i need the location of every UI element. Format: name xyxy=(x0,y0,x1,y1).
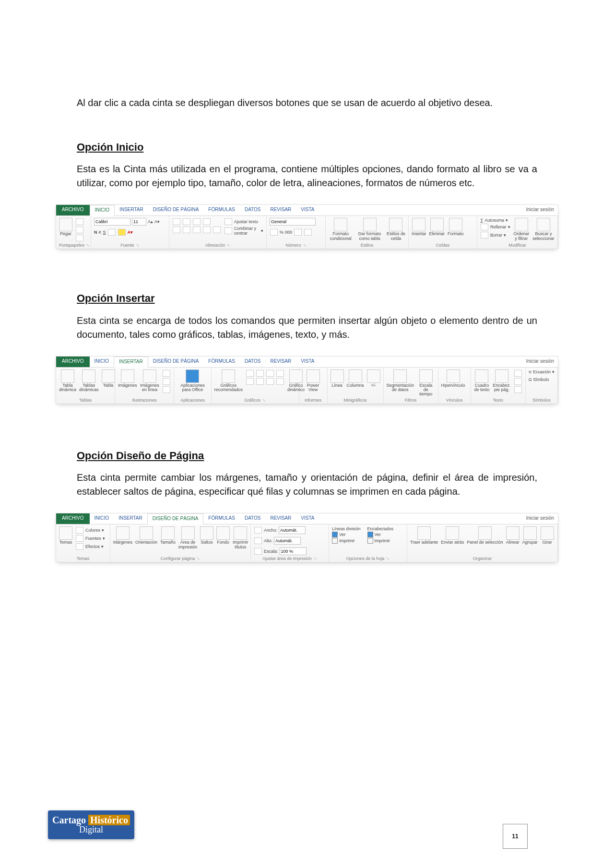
cut-icon[interactable] xyxy=(76,218,83,225)
tab-archivo[interactable]: ARCHIVO xyxy=(56,513,90,524)
merge-center-button[interactable]: Combinar y centrar ▾ xyxy=(224,226,263,236)
smartart-icon[interactable] xyxy=(163,378,170,385)
tab-vista[interactable]: VISTA xyxy=(296,205,319,215)
find-select-button[interactable]: Buscar y seleccionar xyxy=(532,218,555,241)
header-footer-button[interactable]: Encabez. pie pág. xyxy=(493,369,511,392)
headings-print-check[interactable]: Imprimir xyxy=(367,538,394,544)
italic-button[interactable]: K xyxy=(99,230,102,235)
tab-insertar[interactable]: INSERTAR xyxy=(114,513,147,524)
fill-color-icon[interactable] xyxy=(118,229,126,236)
sort-filter-button[interactable]: Ordenar y filtrar xyxy=(513,218,530,241)
clear-button[interactable]: Borrar ▾ xyxy=(480,231,510,239)
tab-datos[interactable]: DATOS xyxy=(240,205,266,215)
tab-inicio[interactable]: INICIO xyxy=(90,513,114,524)
signin-link[interactable]: Iniciar sesión xyxy=(522,205,558,215)
tab-diseno[interactable]: DISEÑO DE PÁGINA xyxy=(147,513,204,524)
apps-button[interactable]: Aplicaciones para Office xyxy=(177,369,208,392)
tab-archivo[interactable]: ARCHIVO xyxy=(56,205,90,215)
tab-formulas[interactable]: FÓRMULAS xyxy=(203,357,240,367)
gridlines-print-check[interactable]: Imprimir xyxy=(332,538,361,544)
tab-vista[interactable]: VISTA xyxy=(296,357,319,367)
send-backward-button[interactable]: Enviar atrás xyxy=(441,526,464,545)
shrink-font-icon[interactable]: A▾ xyxy=(154,219,160,224)
online-pictures-button[interactable]: Imágenes en línea xyxy=(140,369,160,392)
pivot-table-button[interactable]: Tabla dinámica xyxy=(59,369,76,392)
tab-diseno[interactable]: DISEÑO DE PÁGINA xyxy=(148,205,204,215)
theme-effects-button[interactable]: Efectos ▾ xyxy=(75,543,105,550)
tab-revisar[interactable]: REVISAR xyxy=(265,205,296,215)
slicer-button[interactable]: Segmentación de datos xyxy=(387,369,414,392)
tab-revisar[interactable]: REVISAR xyxy=(265,357,296,367)
delete-cells-button[interactable]: Eliminar xyxy=(429,218,445,236)
align-button[interactable]: Alinear xyxy=(506,526,520,545)
shapes-icon[interactable] xyxy=(163,370,170,377)
margins-button[interactable]: Márgenes xyxy=(113,526,132,545)
grow-font-icon[interactable]: A▴ xyxy=(148,219,153,224)
width-select[interactable] xyxy=(279,526,306,534)
paste-button[interactable]: Pegar xyxy=(59,218,72,236)
height-select[interactable] xyxy=(274,537,301,545)
selection-pane-button[interactable]: Panel de selección xyxy=(467,526,503,545)
tab-formulas[interactable]: FÓRMULAS xyxy=(203,205,240,215)
recommended-pivot-button[interactable]: Tablas dinámicas xyxy=(79,369,99,392)
font-size-select[interactable] xyxy=(132,218,146,226)
tab-datos[interactable]: DATOS xyxy=(240,513,266,524)
tab-revisar[interactable]: REVISAR xyxy=(265,513,296,524)
signin-link[interactable]: Iniciar sesión xyxy=(522,513,558,524)
gridlines-view-check[interactable]: Ver xyxy=(332,532,361,537)
recommended-charts-button[interactable]: Gráficos recomendados xyxy=(214,369,243,392)
group-button[interactable]: Agrupar xyxy=(522,526,538,545)
wrap-text-button[interactable]: Ajustar texto xyxy=(224,218,263,226)
bring-forward-button[interactable]: Traer adelante xyxy=(410,526,438,545)
headings-view-check[interactable]: Ver xyxy=(367,532,394,537)
rotate-button[interactable]: Girar xyxy=(541,526,554,545)
tab-vista[interactable]: VISTA xyxy=(296,513,319,524)
font-select[interactable] xyxy=(94,218,130,226)
format-painter-icon[interactable] xyxy=(76,235,83,241)
textbox-button[interactable]: Cuadro de texto xyxy=(474,369,490,392)
borders-icon[interactable] xyxy=(108,229,116,236)
sparkline-winloss-button[interactable]: +/- xyxy=(367,369,380,388)
number-format-select[interactable] xyxy=(270,218,316,226)
insert-cells-button[interactable]: Insertar xyxy=(412,218,426,236)
fill-button[interactable]: Rellenar ▾ xyxy=(480,223,510,231)
tab-insertar[interactable]: INSERTAR xyxy=(114,357,148,368)
format-cells-button[interactable]: Formato xyxy=(448,218,464,236)
screenshot-icon[interactable] xyxy=(163,386,170,393)
background-button[interactable]: Fondo xyxy=(216,526,230,545)
tab-inicio[interactable]: INICIO xyxy=(90,357,114,367)
tab-insertar[interactable]: INSERTAR xyxy=(115,205,148,215)
signin-link[interactable]: Iniciar sesión xyxy=(522,357,558,367)
tab-inicio[interactable]: INICIO xyxy=(90,205,115,216)
power-view-button[interactable]: Power View xyxy=(302,369,324,392)
theme-colors-button[interactable]: Colores ▾ xyxy=(75,526,105,534)
tab-archivo[interactable]: ARCHIVO xyxy=(56,357,90,367)
font-color-icon[interactable]: A▾ xyxy=(128,230,133,235)
symbol-button[interactable]: Ω Símbolo xyxy=(529,377,549,382)
themes-button[interactable]: Temas xyxy=(59,526,72,545)
tab-diseno[interactable]: DISEÑO DE PÁGINA xyxy=(148,357,204,367)
print-titles-button[interactable]: Imprimir títulos xyxy=(233,526,248,549)
table-button[interactable]: Tabla xyxy=(102,369,115,388)
hyperlink-button[interactable]: Hipervínculo xyxy=(441,369,465,388)
breaks-button[interactable]: Saltos xyxy=(200,526,213,545)
tab-datos[interactable]: DATOS xyxy=(240,357,266,367)
cell-styles-button[interactable]: Estilos de celda xyxy=(387,218,405,241)
sparkline-column-button[interactable]: Columna xyxy=(347,369,364,388)
equation-button[interactable]: π Ecuación ▾ xyxy=(529,369,555,374)
autosum-button[interactable]: ∑ Autosuma ▾ xyxy=(480,218,510,223)
underline-button[interactable]: S xyxy=(103,230,106,235)
theme-fonts-button[interactable]: Fuentes ▾ xyxy=(75,535,105,542)
pictures-button[interactable]: Imágenes xyxy=(118,369,137,388)
scale-spinner[interactable] xyxy=(280,547,307,555)
size-button[interactable]: Tamaño xyxy=(160,526,176,545)
copy-icon[interactable] xyxy=(76,226,83,233)
conditional-format-button[interactable]: Formato condicional xyxy=(329,218,353,241)
format-as-table-button[interactable]: Dar formato como tabla xyxy=(355,218,383,241)
timeline-button[interactable]: Escala de tiempo xyxy=(417,369,435,397)
orientation-button[interactable]: Orientación xyxy=(135,526,157,545)
bold-button[interactable]: N xyxy=(94,230,97,235)
print-area-button[interactable]: Área de impresión xyxy=(178,526,197,549)
sparkline-line-button[interactable]: Línea xyxy=(331,369,344,388)
tab-formulas[interactable]: FÓRMULAS xyxy=(203,513,240,524)
